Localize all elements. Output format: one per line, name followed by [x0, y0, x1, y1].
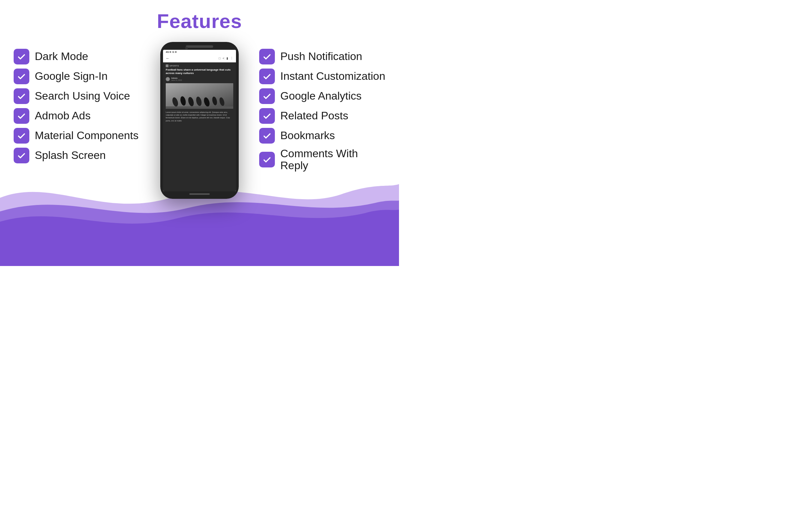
feature-item-instant-customization: Instant Customization [259, 69, 385, 84]
more-icon[interactable]: ⋮ [230, 57, 233, 60]
feature-label-google-signin: Google Sign-In [35, 70, 107, 82]
feature-item-material-components: Material Components [14, 128, 140, 144]
feature-label-bookmarks: Bookmarks [280, 130, 335, 142]
feature-item-dark-mode: Dark Mode [14, 49, 140, 64]
check-icon-splash-screen [14, 148, 29, 163]
screen-content: SPORTS Football fans share a universal l… [163, 62, 236, 191]
check-icon-dark-mode [14, 49, 29, 64]
home-indicator [189, 193, 210, 195]
feature-label-splash-screen: Splash Screen [35, 149, 106, 161]
feature-label-comments-reply: Comments With Reply [280, 148, 385, 172]
feature-item-search-voice: Search Using Voice [14, 88, 140, 104]
features-right: Push Notification Instant Customization … [259, 39, 385, 172]
feature-label-search-voice: Search Using Voice [35, 90, 130, 102]
author-avatar [166, 77, 170, 81]
feature-label-material-components: Material Components [35, 130, 138, 142]
content-wrapper: Features Dark Mode Google Sign-In [0, 0, 399, 266]
screen-category: SPORTS [166, 64, 233, 67]
feature-item-push-notification: Push Notification [259, 49, 385, 64]
feature-label-dark-mode: Dark Mode [35, 50, 88, 62]
toolbar-icons: □ < ▮ ⋮ [219, 57, 233, 60]
status-bar: 4G ⊪ G ⊪ [163, 50, 236, 55]
bookmark-icon[interactable]: ▮ [226, 57, 228, 60]
author-info: Admin June 13, 2021 [171, 77, 182, 81]
screen-author: Admin June 13, 2021 [166, 77, 233, 81]
phone-mockup: 4G ⊪ G ⊪ ← □ < ▮ ⋮ [160, 42, 239, 199]
features-left: Dark Mode Google Sign-In Search Using Vo… [14, 39, 140, 163]
check-icon-bookmarks [259, 128, 275, 144]
check-icon-admob-ads [14, 108, 29, 124]
feature-item-related-posts: Related Posts [259, 108, 385, 124]
share-icon[interactable]: < [223, 57, 224, 60]
feature-label-admob-ads: Admob Ads [35, 110, 91, 122]
phone-center: 4G ⊪ G ⊪ ← □ < ▮ ⋮ [140, 39, 259, 199]
feature-item-bookmarks: Bookmarks [259, 128, 385, 144]
screen-body-text: Lorem ipsum dolor sit amet, consectetur … [166, 111, 233, 122]
main-layout: Dark Mode Google Sign-In Search Using Vo… [0, 32, 399, 264]
check-icon-comments-reply [259, 152, 275, 167]
feature-item-google-analytics: Google Analytics [259, 88, 385, 104]
screen-headline: Football fans share a universal language… [166, 68, 233, 75]
feature-label-google-analytics: Google Analytics [280, 90, 361, 102]
category-icon [166, 64, 168, 67]
feature-label-push-notification: Push Notification [280, 50, 362, 62]
screen-article-image [166, 83, 233, 109]
check-icon-search-voice [14, 88, 29, 104]
feature-item-comments-reply: Comments With Reply [259, 148, 385, 172]
phone-speaker [186, 45, 213, 48]
check-icon-push-notification [259, 49, 275, 64]
phone-screen: 4G ⊪ G ⊪ ← □ < ▮ ⋮ [163, 50, 236, 191]
feature-item-admob-ads: Admob Ads [14, 108, 140, 124]
svg-rect-9 [166, 106, 233, 109]
check-icon-google-signin [14, 69, 29, 84]
screen-toolbar: ← □ < ▮ ⋮ [163, 55, 236, 62]
page-title: Features [0, 0, 399, 32]
feature-item-google-signin: Google Sign-In [14, 69, 140, 84]
check-icon-material-components [14, 128, 29, 144]
check-icon-instant-customization [259, 69, 275, 84]
phone-camera [185, 47, 188, 49]
check-icon-google-analytics [259, 88, 275, 104]
feature-item-splash-screen: Splash Screen [14, 148, 140, 163]
back-button[interactable]: ← [166, 56, 170, 61]
feature-label-related-posts: Related Posts [280, 110, 348, 122]
check-icon-related-posts [259, 108, 275, 124]
comment-icon[interactable]: □ [219, 57, 220, 60]
feature-label-instant-customization: Instant Customization [280, 70, 385, 82]
